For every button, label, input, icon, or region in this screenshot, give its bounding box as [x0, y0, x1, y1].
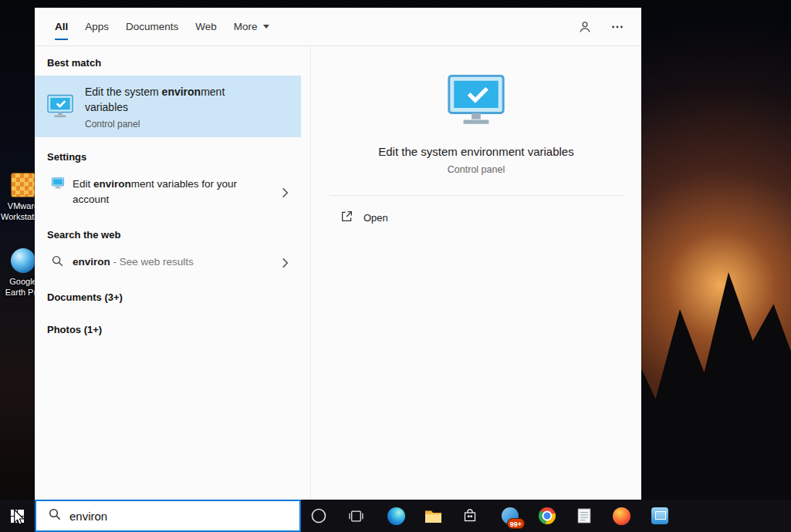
chevron-right-icon[interactable]	[282, 187, 289, 198]
tab-documents[interactable]: Documents	[126, 8, 178, 45]
best-match-title: Edit the system environment variables	[85, 84, 259, 115]
tab-all[interactable]: All	[55, 8, 68, 45]
notification-app-button[interactable]: 99+	[495, 500, 526, 532]
web-section-header: Search the web	[35, 215, 301, 247]
system-properties-icon-small	[52, 177, 64, 190]
best-match-subtitle: Control panel	[85, 119, 259, 130]
vmware-icon	[11, 173, 35, 197]
edge-button[interactable]	[380, 500, 411, 532]
documents-section-header[interactable]: Documents (3+)	[35, 278, 301, 310]
settings-result-edit-env-vars[interactable]: Edit environment variables for your acco…	[35, 170, 301, 215]
result-preview-panel: Edit the system environment variables Co…	[310, 46, 641, 500]
red-app-icon	[613, 507, 630, 525]
search-input-value[interactable]: environ	[69, 510, 107, 523]
globe-icon	[11, 248, 35, 273]
photos-section-header[interactable]: Photos (1+)	[35, 310, 301, 342]
user-account-icon[interactable]	[578, 20, 592, 34]
system-properties-icon-large	[446, 74, 506, 126]
edge-icon	[387, 507, 405, 525]
tab-label: All	[55, 21, 68, 32]
tabs-group: All Apps Documents Web More	[55, 8, 286, 45]
file-explorer-icon	[424, 509, 442, 524]
blue-app-button[interactable]	[644, 500, 675, 532]
notepad-button[interactable]	[569, 500, 600, 532]
search-icon	[52, 255, 64, 268]
tab-apps[interactable]: Apps	[85, 8, 109, 45]
store-button[interactable]	[455, 500, 485, 532]
best-match-text: Edit the system environment variables Co…	[85, 84, 259, 130]
tab-web[interactable]: Web	[195, 8, 217, 45]
notepad-icon	[577, 508, 591, 524]
search-results-body: Best match Edit the system environment v…	[35, 46, 641, 500]
file-explorer-button[interactable]	[417, 500, 448, 532]
task-view-icon	[348, 508, 364, 524]
tab-label: Web	[195, 21, 217, 32]
cortana-button[interactable]	[303, 500, 334, 532]
tab-more[interactable]: More	[234, 8, 269, 45]
settings-result-title: Edit environment variables for your acco…	[73, 177, 259, 207]
best-match-header: Best match	[35, 46, 301, 76]
search-filter-tabs: All Apps Documents Web More	[35, 8, 641, 46]
chevron-right-icon[interactable]	[282, 258, 289, 268]
mouse-cursor	[13, 510, 25, 529]
preview-divider	[330, 195, 623, 196]
preview-subtitle: Control panel	[448, 164, 505, 175]
start-search-flyout: All Apps Documents Web More	[35, 8, 641, 500]
ellipsis-icon[interactable]	[610, 20, 624, 34]
chrome-button[interactable]	[532, 500, 563, 532]
chevron-down-icon	[263, 25, 269, 29]
open-action[interactable]: Open	[311, 202, 641, 234]
web-search-suggestion[interactable]: environ - See web results	[35, 247, 301, 278]
header-actions	[578, 8, 624, 46]
search-icon	[49, 508, 61, 524]
settings-section-header: Settings	[35, 137, 301, 170]
tab-label: Apps	[85, 21, 109, 32]
task-view-button[interactable]	[340, 500, 371, 532]
tab-label: More	[234, 21, 258, 32]
results-list: Best match Edit the system environment v…	[35, 46, 301, 500]
preview-title: Edit the system environment variables	[378, 145, 573, 158]
system-properties-icon	[47, 94, 73, 119]
store-bag-icon	[462, 508, 478, 524]
cortana-icon	[310, 507, 327, 524]
best-match-result[interactable]: Edit the system environment variables Co…	[35, 76, 301, 137]
chrome-icon	[539, 507, 556, 524]
tab-label: Documents	[126, 21, 178, 32]
taskbar-search-box[interactable]: environ	[35, 500, 301, 532]
notification-badge: 99+	[507, 518, 525, 529]
open-label: Open	[363, 212, 388, 224]
open-icon	[340, 210, 353, 226]
web-suggestion-text: environ - See web results	[73, 254, 194, 270]
blue-app-icon	[651, 507, 668, 524]
red-app-button[interactable]	[606, 500, 637, 532]
